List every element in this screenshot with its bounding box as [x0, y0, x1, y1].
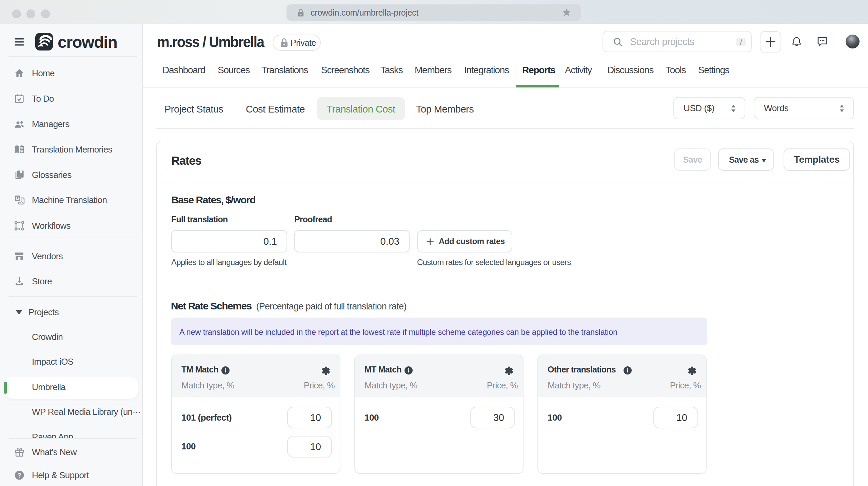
svg-text:?: ? — [18, 472, 21, 479]
svg-text:i: i — [627, 368, 628, 373]
svg-text:i: i — [225, 368, 226, 373]
svg-text:G: G — [16, 195, 20, 201]
svg-text:i: i — [408, 368, 409, 373]
